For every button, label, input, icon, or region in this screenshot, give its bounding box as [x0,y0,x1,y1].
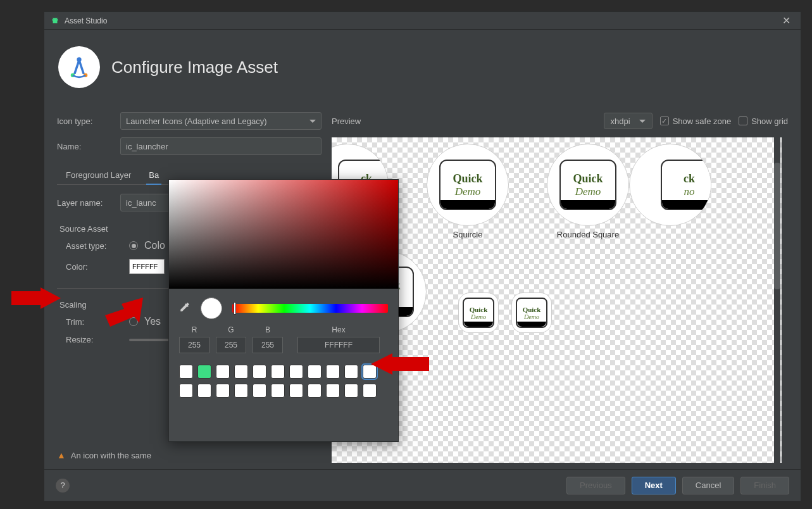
asset-studio-dialog: Asset Studio ✕ Configure Image Asset Ico… [44,11,801,501]
preview-item-rounded: QuickDemo Rounded Square [540,144,635,239]
radio-icon [129,241,138,250]
eyedropper-icon[interactable] [179,301,191,315]
color-swatch[interactable] [326,365,340,379]
color-swatch[interactable]: FFFFFF [129,259,165,274]
g-label: G [228,325,234,334]
preview-scrollbar[interactable] [774,137,780,463]
header: Configure Image Asset [44,30,801,104]
color-swatch[interactable] [289,384,303,398]
hue-slider-thumb[interactable] [234,302,236,315]
annotation-arrow [105,298,143,327]
chevron-down-icon [639,120,646,123]
icon-type-value: Launcher Icons (Adaptive and Legacy) [126,116,267,126]
warning-icon: ▲ [57,450,66,460]
b-input[interactable]: 255 [253,337,283,353]
color-swatch[interactable] [308,365,322,379]
help-button[interactable]: ? [56,479,70,493]
color-swatch[interactable] [344,365,358,379]
tab-background[interactable]: Ba [146,167,161,185]
preview-label: Preview [332,116,361,126]
name-label: Name: [57,142,120,151]
color-swatch[interactable] [253,365,266,379]
color-swatch[interactable] [234,365,248,379]
density-dropdown[interactable]: xhdpi [604,113,653,129]
hex-input[interactable]: FFFFFF [297,337,380,353]
svg-marker-4 [11,287,61,309]
color-swatch[interactable] [216,384,230,398]
header-icon [58,46,100,88]
b-label: B [265,325,270,334]
asset-type-color-radio[interactable]: Colo [129,240,165,251]
safe-zone-checkbox[interactable]: Show safe zone [660,116,732,126]
color-swatch[interactable] [308,384,322,398]
g-input[interactable]: 255 [216,337,246,353]
chevron-down-icon [309,120,316,123]
warning-row: ▲ An icon with the same [57,445,322,463]
show-grid-checkbox[interactable]: Show grid [739,116,788,126]
current-color-preview [201,298,222,319]
right-panel: Preview xhdpi Show safe zone Show grid [332,112,788,463]
finish-button[interactable]: Finish [740,477,789,494]
hue-slider[interactable] [232,304,388,313]
next-button[interactable]: Next [632,477,676,494]
close-icon[interactable]: ✕ [778,15,794,27]
preview-area: ckno QuickDemo Squircle QuickDemo Rounde… [332,137,788,463]
preview-item: ckno [623,144,718,239]
r-input[interactable]: 255 [179,337,209,353]
color-picker-popup: R 255 G 255 B 255 Hex FFFFFF [168,179,399,442]
color-swatch[interactable] [234,384,248,398]
previous-button[interactable]: Previous [566,477,625,494]
page-title: Configure Image Asset [111,58,278,77]
color-swatch[interactable] [179,384,193,398]
color-swatch[interactable] [344,384,358,398]
color-swatch[interactable] [289,365,303,379]
svg-marker-6 [371,353,429,375]
color-swatch[interactable] [216,365,230,379]
svg-marker-5 [105,298,143,327]
color-swatch[interactable] [271,384,285,398]
preview-item-squircle: QuickDemo Squircle [420,144,515,239]
color-label: Color: [66,262,129,272]
checkbox-icon [739,116,747,125]
hex-label: Hex [332,325,345,334]
annotation-arrow [371,353,429,375]
annotation-arrow [11,287,61,309]
preview-legacy-row: QuickDemo QuickDemo [458,289,552,333]
android-studio-logo-icon [65,53,93,81]
color-swatch[interactable] [197,365,211,379]
layer-name-label: Layer name: [57,198,120,208]
titlebar: Asset Studio ✕ [44,12,801,30]
color-swatch[interactable] [363,384,377,398]
color-swatch[interactable] [271,365,285,379]
saturation-value-field[interactable] [169,180,398,289]
tab-foreground[interactable]: Foreground Layer [63,167,134,184]
swatch-grid [169,361,398,406]
content: Icon type: Launcher Icons (Adaptive and … [44,104,801,469]
color-swatch[interactable] [253,384,266,398]
icon-type-dropdown[interactable]: Launcher Icons (Adaptive and Legacy) [120,112,322,130]
footer: ? Previous Next Cancel Finish [44,469,801,501]
checkbox-icon [660,116,669,125]
resize-label: Resize: [66,335,129,344]
name-input[interactable]: ic_launcher [120,137,322,155]
asset-type-label: Asset type: [66,241,129,251]
color-swatch[interactable] [197,384,211,398]
preview-header: Preview xhdpi Show safe zone Show grid [332,112,788,130]
svg-point-1 [77,57,81,61]
color-swatch[interactable] [326,384,340,398]
icon-type-label: Icon type: [57,116,120,126]
cancel-button[interactable]: Cancel [682,477,734,494]
window-title: Asset Studio [65,16,107,25]
warning-text: An icon with the same [71,451,151,460]
android-icon [51,16,59,25]
r-label: R [192,325,197,334]
scrollbar-thumb[interactable] [774,163,780,289]
color-swatch[interactable] [179,365,193,379]
